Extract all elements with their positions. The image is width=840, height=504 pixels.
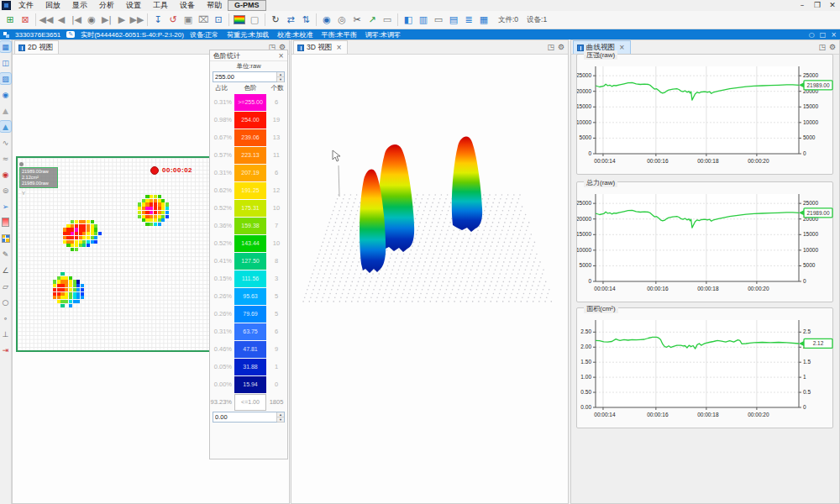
svg-text:25000: 25000 <box>577 200 591 206</box>
row-percent: 0.26% <box>210 292 234 300</box>
exit-icon[interactable]: ⇥ <box>0 344 11 355</box>
menu-item-回放[interactable]: 回放 <box>39 0 66 11</box>
mesh-3d-icon[interactable]: ▨ <box>0 73 11 84</box>
pressure-cell <box>142 207 145 210</box>
play-icon[interactable]: ▶ <box>114 13 129 28</box>
svg-text:0.00: 0.00 <box>580 404 591 410</box>
panel-settings-icon[interactable]: ⚙ <box>829 43 836 51</box>
cut-icon[interactable]: ✂ <box>349 13 365 28</box>
contour-icon[interactable]: ◉ <box>0 89 11 100</box>
target-icon[interactable]: ◎ <box>334 13 349 28</box>
avg-line-icon[interactable]: ∿ <box>0 137 11 148</box>
go-end-icon[interactable]: ▶| <box>99 13 114 28</box>
min-level-spinner[interactable]: ▲▼ <box>276 412 284 422</box>
close-button[interactable]: ✕ <box>825 0 840 11</box>
close-bar-icon[interactable]: × <box>831 31 837 39</box>
pencil-icon[interactable]: ✎ <box>0 249 11 260</box>
pressure-cell <box>65 280 68 283</box>
layout-three-icon[interactable]: ▥ <box>416 13 431 28</box>
add-view-icon[interactable]: ⊞ <box>3 13 18 28</box>
pressure-cell <box>82 228 86 231</box>
edit-icon[interactable]: ✎ <box>66 31 75 38</box>
region-icon[interactable]: ▭ <box>380 13 395 28</box>
svg-text:00:00:16: 00:00:16 <box>647 158 669 164</box>
refresh-icon[interactable]: ↻ <box>268 13 283 28</box>
color-stats-row: 0.15%111.563 <box>210 270 287 287</box>
step-back-icon[interactable]: ◀ <box>54 13 69 28</box>
color-stats-close-icon[interactable]: × <box>278 52 284 60</box>
float-panel-icon[interactable]: ◳ <box>818 43 826 51</box>
export-icon[interactable]: ↗ <box>365 13 380 28</box>
min-level-input[interactable] <box>213 412 276 422</box>
swap-horizontal-icon[interactable]: ⇄ <box>283 13 298 28</box>
chart-area-plot[interactable]: 0.0000.500.51.0011.501.52.0022.502.500:0… <box>577 313 834 424</box>
fast-forward-icon[interactable]: ▶▶ <box>129 13 144 28</box>
menu-item-显示[interactable]: 显示 <box>66 0 93 11</box>
circle-roi-icon[interactable]: ○ <box>0 297 11 307</box>
maximize-button[interactable]: ❐ <box>810 0 825 11</box>
record-timer: 00:00:02 <box>162 166 192 174</box>
menu-item-分析[interactable]: 分析 <box>93 0 120 11</box>
max-level-input[interactable] <box>213 72 276 81</box>
live-view-icon[interactable]: ⊡ <box>211 13 226 28</box>
menu-item-G-PMS[interactable]: G-PMS <box>228 0 266 11</box>
tab-2d-view[interactable]: 2D 视图 <box>14 40 59 54</box>
pressure-cell <box>154 195 157 198</box>
go-start-icon[interactable]: |◀ <box>69 13 84 28</box>
chart-force-plot[interactable]: 0050005000100001000015000150002000020000… <box>577 187 834 298</box>
swap-vertical-icon[interactable]: ⇅ <box>298 13 313 28</box>
restore-icon[interactable]: □ <box>820 31 827 39</box>
menu-item-工具[interactable]: 工具 <box>147 0 174 11</box>
pressure-map-2d[interactable]: 21989.00raw 2.12cm² 21989.00raw Y 00:00:… <box>16 156 211 352</box>
colorbar-icon[interactable] <box>232 13 247 28</box>
layout-grid-icon[interactable]: ▦ <box>476 13 491 28</box>
loop-icon[interactable]: ↺ <box>165 13 181 28</box>
avg-box-icon[interactable]: ≈ <box>0 153 11 164</box>
chart-pressure-plot[interactable]: 0050005000100001000015000150002000020000… <box>577 60 834 171</box>
minimize-button[interactable]: – <box>795 0 810 11</box>
seal-icon[interactable]: ⊚ <box>0 185 11 196</box>
pressure-cell <box>75 236 78 239</box>
grid-split-icon[interactable]: ◫ <box>0 57 11 68</box>
svg-text:00:00:20: 00:00:20 <box>748 286 769 291</box>
clear-icon[interactable]: ▢ <box>247 13 262 28</box>
surface-3d-view[interactable] <box>291 40 568 489</box>
small-circle-icon[interactable]: ∘ <box>0 312 11 323</box>
layout-list-icon[interactable]: ≣ <box>461 13 476 28</box>
probe-marker-dot[interactable] <box>19 162 24 166</box>
rewind-icon[interactable]: ◀◀ <box>39 13 54 28</box>
snapshot-off-icon[interactable]: ⌧ <box>196 13 211 28</box>
record-stop-icon[interactable]: ◉ <box>84 13 99 28</box>
pin-icon[interactable]: ↧ <box>150 13 165 28</box>
layout-frame-icon[interactable]: ▭ <box>431 13 446 28</box>
max-level-spinbox[interactable]: ▲▼ <box>213 71 285 82</box>
pressure-cell <box>165 202 169 206</box>
gradient-bar-icon[interactable] <box>0 217 11 228</box>
ruler-icon[interactable]: ⊥ <box>0 328 11 339</box>
close-view-icon[interactable]: ⊠ <box>18 13 33 28</box>
max-level-spinner[interactable]: ▲▼ <box>276 72 284 81</box>
menu-item-设置[interactable]: 设置 <box>120 0 147 11</box>
tab-curves-close-icon[interactable]: × <box>619 44 625 51</box>
svg-text:5000: 5000 <box>580 262 592 268</box>
menu-item-设备[interactable]: 设备 <box>174 0 201 11</box>
min-level-spinbox[interactable]: ▲▼ <box>213 412 285 423</box>
peak-flat-icon[interactable]: ▲ <box>0 105 11 116</box>
menu-item-文件[interactable]: 文件 <box>13 0 39 11</box>
record-dot-icon[interactable]: ◉ <box>0 169 11 180</box>
pressure-cell <box>69 292 72 296</box>
color-grid-icon[interactable] <box>0 233 11 244</box>
pressure-cell <box>73 296 76 299</box>
snapshot-icon[interactable]: ▣ <box>181 13 196 28</box>
toolbar-group: ⊞⊠ <box>3 13 33 28</box>
menu-item-帮助[interactable]: 帮助 <box>201 0 228 11</box>
target-filled-icon[interactable]: ◉ <box>319 13 334 28</box>
polygon-icon[interactable]: ▱ <box>0 281 11 291</box>
layout-monitor-icon[interactable]: ▤ <box>446 13 461 28</box>
peak-3d-icon[interactable]: ▲ <box>0 121 11 132</box>
dart-icon[interactable]: ➢ <box>0 201 11 212</box>
grid-2d-icon[interactable]: ▦ <box>0 41 11 52</box>
layout-two-icon[interactable]: ◧ <box>401 13 416 28</box>
polyline-icon[interactable]: ∠ <box>0 265 11 276</box>
info-icon[interactable]: ○ <box>809 31 815 39</box>
